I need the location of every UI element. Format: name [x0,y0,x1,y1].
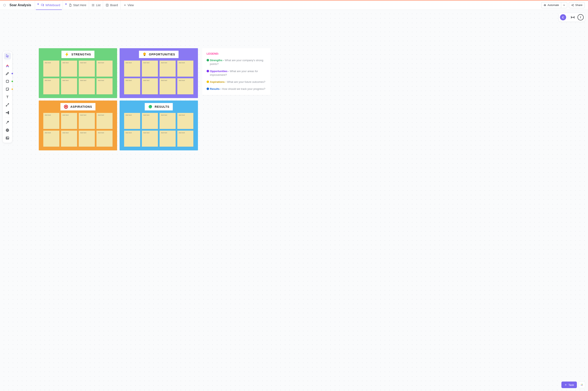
sticky-note[interactable]: Add text [124,131,140,147]
sticky-note[interactable]: Add text [43,131,59,147]
board-title: RESULTS [155,105,169,108]
sticky-note[interactable]: Add text [124,113,140,129]
page-title[interactable]: Soar Analysis [9,2,32,8]
legend-desc: How should we track your progress? [222,87,265,91]
sticky-note[interactable]: Add text [142,131,158,147]
sticky-note[interactable]: Add text [142,61,158,77]
new-task-button[interactable]: Task [561,382,577,388]
tab-whiteboard[interactable]: Whiteboard [35,0,63,10]
sticky-note[interactable]: Add text [61,113,77,129]
svg-line-21 [572,4,573,5]
sticky-note[interactable]: Add text [79,61,95,77]
list-icon [92,3,95,7]
tab-list[interactable]: List [89,0,103,10]
sticky-note[interactable]: Add text [124,78,140,94]
sticky-note[interactable]: Add text [79,113,95,129]
pen-icon [5,72,9,76]
legend-dot-blue [207,88,209,90]
board-strengths[interactable]: STRENGTHS Add text Add text Add text Add… [39,48,117,98]
soar-boards: STRENGTHS Add text Add text Add text Add… [39,48,198,150]
image-icon [5,136,9,140]
board-results[interactable]: RESULTS Add text Add text Add text Add t… [120,100,198,150]
svg-point-6 [92,5,92,5]
legend-desc: What are your future outcomes? [227,80,265,84]
tool-text[interactable] [4,94,11,100]
legend-row: Aspirations - What are your future outco… [207,80,266,84]
share-button[interactable]: Share [569,2,585,8]
board-aspirations[interactable]: ASPIRATIONS Add text Add text Add text A… [39,100,117,150]
tool-shape[interactable] [4,78,11,85]
svg-point-50 [581,385,582,386]
sticky-note[interactable]: Add text [159,78,176,94]
bolt-icon [65,52,69,57]
shape-icon [5,79,9,84]
sticky-note[interactable]: Add text [124,61,140,77]
sticky-note[interactable]: Add text [142,113,158,129]
sticky-note[interactable]: Add text [159,131,176,147]
board-title: OPPORTUNITIES [149,53,175,56]
add-view-button[interactable]: View [120,0,137,10]
tool-select[interactable] [4,53,11,60]
sticky-note[interactable]: Add text [79,78,95,94]
sticky-note[interactable]: Add text [61,131,77,147]
sticky-note[interactable]: Add text [142,78,158,94]
status-circle-icon[interactable] [2,2,7,8]
tool-clickup[interactable]: + [4,62,11,69]
tool-image[interactable] [4,134,11,142]
automate-button[interactable]: Automate [541,2,561,8]
sticky-note[interactable]: Add text [97,61,113,77]
text-icon [5,95,9,99]
tab-board[interactable]: Board [103,0,120,10]
apps-icon [580,383,584,387]
svg-point-0 [3,4,6,6]
plus-icon [564,383,567,386]
sticky-note[interactable]: Add text [97,131,113,147]
sticky-note[interactable]: Add text [177,61,193,77]
sticky-note[interactable]: Add text [159,113,176,129]
svg-point-49 [582,384,583,385]
sticky-note[interactable]: Add text [177,78,193,94]
legend-term: Strengths [210,59,222,62]
sticky-note[interactable]: Add text [79,131,95,147]
sticky-note[interactable]: Add text [61,78,77,94]
clickup-icon: + [5,64,9,68]
notes-grid: Add text Add text Add text Add text Add … [43,61,113,94]
fit-width-button[interactable] [570,14,576,20]
svg-rect-42 [144,55,145,56]
sticky-note[interactable]: Add text [97,113,113,129]
sticky-note[interactable]: Add text [43,61,59,77]
legend-term: Opportunities [210,70,227,73]
info-button[interactable]: i [578,14,584,20]
board-opportunities[interactable]: OPPORTUNITIES Add text Add text Add text… [120,48,198,98]
tool-sticky[interactable] [4,86,11,93]
whiteboard-icon [41,3,44,7]
avatar[interactable]: C [560,14,566,20]
tool-magic[interactable] [4,119,11,126]
sticky-note[interactable]: Add text [43,78,59,94]
connector-icon [5,103,9,107]
tool-connector[interactable] [4,101,11,108]
sticky-note[interactable]: Add text [177,113,193,129]
svg-point-18 [572,5,572,5]
tool-mindmap[interactable] [4,109,11,116]
tool-pen[interactable] [4,70,11,77]
sticky-note[interactable]: Add text [43,113,59,129]
notes-grid: Add text Add text Add text Add text Add … [43,113,113,147]
svg-point-36 [8,113,9,114]
sticky-note[interactable]: Add text [177,131,193,147]
tab-start-here[interactable]: Start Here [63,0,89,10]
whiteboard-canvas[interactable]: C i + [0,10,588,391]
document-icon [69,3,72,7]
automate-dropdown[interactable] [561,2,567,8]
svg-point-19 [573,4,574,4]
legend-dot-yellow [207,81,209,83]
sticky-note[interactable]: Add text [159,61,176,77]
legend-card[interactable]: LEGEND: Strengths - What are your compan… [202,48,271,95]
sticky-note[interactable]: Add text [97,78,113,94]
color-indicator [11,89,13,90]
sticky-note[interactable]: Add text [61,61,77,77]
mindmap-icon [5,111,9,115]
apps-button[interactable] [579,382,585,388]
tool-web[interactable] [4,127,11,134]
board-title: STRENGTHS [71,53,91,56]
